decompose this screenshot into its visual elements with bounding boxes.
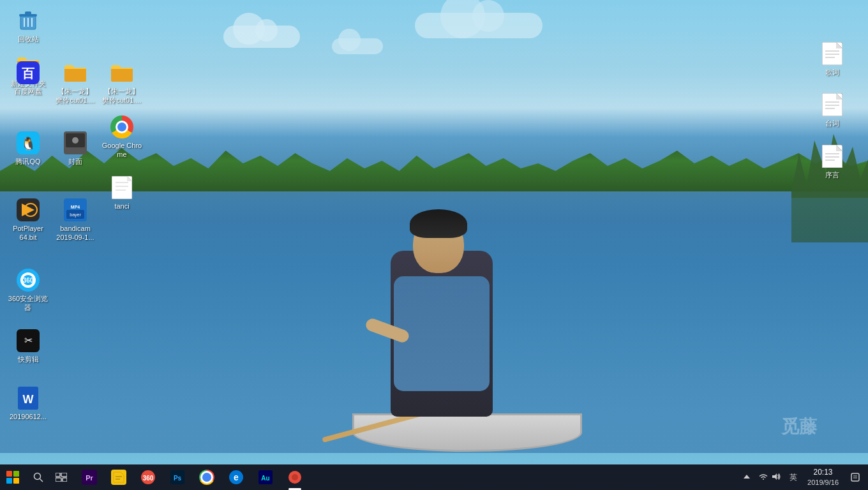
taskbar-bandicam[interactable]: [281, 464, 309, 490]
chrome-desktop-image: [109, 114, 135, 140]
baidu-disk-label: 百度网盘: [14, 87, 42, 96]
cover-image: [63, 130, 88, 156]
icon-col-right: 歌词 台词: [809, 38, 855, 182]
geci-icon[interactable]: 歌词: [809, 38, 855, 79]
zyl-cut2-label: 【朱一龙】樊伶cut01....: [102, 87, 141, 105]
taskbar-audition[interactable]: Au: [251, 464, 280, 490]
svg-text:bayer: bayer: [70, 212, 81, 218]
taskbar-chrome[interactable]: [193, 464, 221, 490]
svg-text:百: 百: [22, 66, 35, 80]
icon-col-cover: 封面: [52, 128, 98, 168]
svg-marker-74: [744, 475, 750, 479]
tanci-label: tanci: [114, 202, 129, 211]
taskview-icon: [56, 473, 67, 482]
network-icon: [759, 473, 768, 482]
search-icon: [33, 472, 43, 482]
clock-time: 20:13: [814, 467, 833, 478]
svg-text:Ps: Ps: [174, 475, 182, 482]
photoshop-icon: Ps: [170, 470, 185, 485]
zyl-cut2-image: [109, 60, 135, 85]
360-browser-image: 360: [15, 267, 41, 293]
svg-text:MP4: MP4: [71, 205, 80, 209]
premiere-icon: Pr: [82, 470, 97, 485]
svg-text:Pr: Pr: [86, 474, 93, 482]
icon-col-360: 360 360安全浏览器: [5, 265, 51, 315]
qq-label: 腾讯QQ: [15, 157, 40, 166]
bandicam-icon[interactable]: MP4 bayer bandicam2019-09-1...: [52, 195, 98, 245]
svg-point-12: [72, 137, 79, 144]
volume-icon: [772, 473, 781, 482]
360-security-icon: 360: [140, 470, 156, 485]
svg-rect-60: [112, 471, 125, 484]
svg-text:360: 360: [23, 277, 34, 284]
360-browser-icon[interactable]: 360 360安全浏览器: [5, 265, 51, 315]
zyl-cut-image: [63, 60, 88, 85]
svg-text:W: W: [23, 393, 34, 406]
recycle-bin-image: [15, 8, 41, 33]
geci-label: 歌词: [825, 68, 839, 77]
clock-date: 2019/9/16: [807, 478, 839, 487]
desktop: 觅藤 回收站: [0, 0, 868, 490]
svg-text:✂: ✂: [24, 335, 33, 346]
zyl-cut-icon[interactable]: 【朱一龙】樊伶cut01....: [52, 57, 98, 108]
task-view-button[interactable]: [50, 466, 73, 489]
input-method-label: 英: [789, 472, 797, 483]
360-browser-label: 360安全浏览器: [8, 294, 48, 313]
quickcut-label: 快剪辑: [18, 355, 39, 364]
svg-rect-56: [56, 478, 61, 482]
icon-col-bandicam: MP4 bayer bandicam2019-09-1...: [52, 195, 98, 245]
zyl-cut2-icon[interactable]: 【朱一龙】樊伶cut01....: [99, 57, 145, 108]
taskbar-premiere[interactable]: Pr: [75, 464, 103, 490]
chevron-up-icon: [744, 473, 750, 481]
notification-center-button[interactable]: [845, 464, 865, 490]
desktop-icons-area: 回收站 新建文件夹 百: [0, 0, 868, 464]
baidu-disk-icon[interactable]: 百 百度网盘: [5, 57, 51, 98]
sticky-notes-icon: [111, 470, 126, 485]
taskbar-edge[interactable]: e: [222, 464, 250, 490]
taskbar-pinned-apps: Pr: [75, 464, 309, 490]
taici-label: 台词: [825, 119, 839, 128]
taici-icon[interactable]: 台词: [809, 89, 855, 130]
taskbar-360-security[interactable]: 360: [134, 464, 162, 490]
bandicam-image: MP4 bayer: [63, 197, 88, 223]
potplayer-icon[interactable]: PotPlayer64.bit: [5, 195, 51, 245]
svg-rect-54: [56, 473, 60, 477]
taskbar-photoshop[interactable]: Ps: [163, 464, 191, 490]
recycle-bin-icon[interactable]: 回收站: [5, 5, 51, 46]
taici-image: [819, 92, 845, 117]
qq-icon[interactable]: 🐧 腾讯QQ: [5, 128, 51, 168]
svg-text:360: 360: [143, 475, 154, 482]
tray-icons-group[interactable]: [755, 464, 784, 490]
qq-image: 🐧: [15, 130, 41, 156]
start-button[interactable]: [0, 464, 26, 490]
svg-marker-75: [772, 473, 777, 480]
taskbar-search-button[interactable]: [27, 466, 50, 489]
word-doc-image: W: [15, 385, 41, 411]
edge-icon: e: [228, 470, 244, 485]
icon-col-qq: 🐧 腾讯QQ: [5, 128, 51, 168]
icon-col-potplayer: PotPlayer64.bit: [5, 195, 51, 245]
icon-col-chrome: Google Chrome: [99, 112, 145, 162]
icon-col-2: 百 百度网盘: [5, 57, 51, 98]
potplayer-label: PotPlayer64.bit: [13, 224, 43, 242]
chrome-taskbar-icon: [199, 470, 214, 485]
tanci-image: [109, 175, 135, 200]
taskbar-sticky-notes[interactable]: [105, 464, 133, 490]
baidu-disk-image: 百: [15, 60, 41, 85]
chrome-desktop-icon[interactable]: Google Chrome: [99, 112, 145, 162]
xuyan-icon[interactable]: 序言: [809, 141, 855, 182]
input-method-indicator[interactable]: 英: [786, 464, 801, 490]
recycle-bin-label: 回收站: [18, 34, 39, 43]
audition-icon: Au: [258, 470, 273, 485]
word-doc-icon[interactable]: W 20190612...: [5, 383, 51, 424]
xuyan-image: [819, 144, 845, 169]
clock-display[interactable]: 20:13 2019/9/16: [802, 464, 844, 490]
tanci-icon[interactable]: tanci: [99, 172, 145, 213]
xuyan-label: 序言: [825, 170, 839, 179]
quickcut-icon[interactable]: ✂ 快剪辑: [5, 325, 51, 366]
cover-label: 封面: [68, 157, 82, 166]
cover-icon[interactable]: 封面: [52, 128, 98, 168]
taskbar: Pr: [0, 464, 868, 490]
svg-text:🐧: 🐧: [20, 136, 36, 151]
show-hidden-icons-button[interactable]: [740, 464, 754, 490]
